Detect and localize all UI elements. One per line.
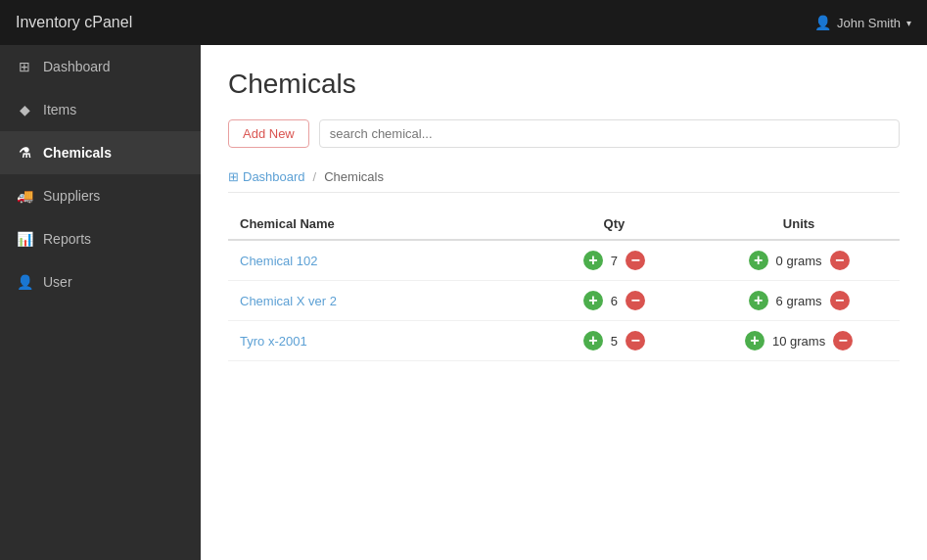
sidebar-item-user[interactable]: 👤 User [0, 260, 201, 303]
reports-icon: 📊 [16, 231, 33, 247]
chemical-name-link[interactable]: Tyro x-2001 [240, 334, 307, 349]
chemicals-icon: ⚗ [16, 145, 33, 161]
main-layout: ⊞ Dashboard ◆ Items ⚗ Chemicals 🚚 Suppli… [0, 45, 927, 560]
table-header-row: Chemical Name Qty Units [228, 209, 900, 240]
qty-decrement-button[interactable]: − [626, 291, 645, 310]
main-content: Chemicals Add New ⊞ Dashboard / Chemical… [201, 45, 927, 560]
items-icon: ◆ [16, 102, 33, 117]
qty-decrement-button[interactable]: − [626, 251, 645, 270]
sidebar-label-reports: Reports [43, 231, 91, 247]
sidebar-label-user: User [43, 274, 72, 290]
breadcrumb-dashboard-label: Dashboard [243, 169, 305, 184]
search-input[interactable] [319, 119, 900, 148]
units-cell: +10 grams− [698, 321, 900, 361]
units-increment-button[interactable]: + [749, 251, 768, 270]
units-decrement-button[interactable]: − [830, 291, 850, 310]
qty-cell: +5− [531, 321, 699, 361]
units-value: 0 grams [776, 254, 822, 268]
qty-increment-button[interactable]: + [583, 291, 603, 310]
suppliers-icon: 🚚 [16, 188, 33, 204]
qty-cell: +7− [531, 240, 699, 281]
sidebar-item-chemicals[interactable]: ⚗ Chemicals [0, 131, 201, 174]
navbar: Inventory cPanel 👤 John Smith ▾ [0, 0, 927, 45]
table-row: Chemical 102+7−+0 grams− [228, 240, 900, 281]
user-menu[interactable]: 👤 John Smith ▾ [814, 15, 911, 30]
sidebar-item-suppliers[interactable]: 🚚 Suppliers [0, 174, 201, 217]
chemical-name-cell: Chemical 102 [228, 240, 531, 281]
breadcrumb: ⊞ Dashboard / Chemicals [228, 162, 900, 193]
toolbar: Add New [228, 119, 900, 148]
chemical-name-link[interactable]: Chemical 102 [240, 254, 318, 268]
user-name: John Smith [837, 16, 901, 30]
chemicals-table: Chemical Name Qty Units Chemical 102+7−+… [228, 209, 900, 361]
qty-value: 5 [611, 334, 618, 349]
sidebar-item-dashboard[interactable]: ⊞ Dashboard [0, 45, 201, 88]
qty-cell: +6− [531, 281, 699, 321]
sidebar-label-dashboard: Dashboard [43, 59, 111, 74]
units-increment-button[interactable]: + [749, 291, 768, 310]
chemical-name-cell: Chemical X ver 2 [228, 281, 531, 321]
user-nav-icon: 👤 [16, 274, 33, 290]
table-row: Tyro x-2001+5−+10 grams− [228, 321, 900, 361]
units-cell: +6 grams− [698, 281, 900, 321]
caret-icon: ▾ [906, 18, 911, 28]
sidebar-label-chemicals: Chemicals [43, 145, 112, 161]
qty-value: 6 [611, 294, 618, 308]
chemical-name-link[interactable]: Chemical X ver 2 [240, 294, 337, 308]
sidebar: ⊞ Dashboard ◆ Items ⚗ Chemicals 🚚 Suppli… [0, 45, 201, 560]
breadcrumb-current: Chemicals [324, 169, 384, 184]
units-value: 6 grams [776, 294, 822, 308]
units-increment-button[interactable]: + [745, 331, 765, 350]
breadcrumb-dashboard-link[interactable]: ⊞ Dashboard [228, 169, 305, 184]
user-icon: 👤 [814, 15, 831, 30]
sidebar-label-items: Items [43, 102, 76, 117]
sidebar-label-suppliers: Suppliers [43, 188, 100, 204]
units-decrement-button[interactable]: − [830, 251, 850, 270]
app-title: Inventory cPanel [16, 14, 132, 31]
col-header-name: Chemical Name [228, 209, 531, 240]
sidebar-item-reports[interactable]: 📊 Reports [0, 217, 201, 260]
dashboard-icon: ⊞ [16, 59, 33, 74]
page-title: Chemicals [228, 69, 900, 100]
units-cell: +0 grams− [698, 240, 900, 281]
col-header-units: Units [698, 209, 900, 240]
dashboard-breadcrumb-icon: ⊞ [228, 169, 239, 184]
add-new-button[interactable]: Add New [228, 119, 309, 148]
units-value: 10 grams [772, 334, 825, 349]
qty-value: 7 [611, 254, 618, 268]
qty-decrement-button[interactable]: − [626, 331, 645, 350]
qty-increment-button[interactable]: + [583, 331, 603, 350]
units-decrement-button[interactable]: − [833, 331, 853, 350]
qty-increment-button[interactable]: + [583, 251, 603, 270]
breadcrumb-separator: / [313, 169, 317, 184]
table-row: Chemical X ver 2+6−+6 grams− [228, 281, 900, 321]
col-header-qty: Qty [531, 209, 699, 240]
sidebar-item-items[interactable]: ◆ Items [0, 88, 201, 131]
chemical-name-cell: Tyro x-2001 [228, 321, 531, 361]
